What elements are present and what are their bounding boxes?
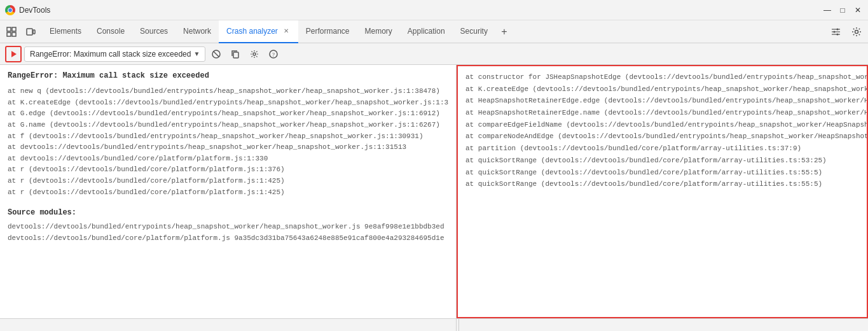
minimize-button[interactable]: —: [822, 5, 832, 15]
svg-text:?: ?: [272, 52, 275, 58]
stack-line: at r (devtools://devtools/bundled/core/p…: [8, 176, 448, 187]
right-panel-content[interactable]: at constructor for JSHeapSnapshotEdge (d…: [458, 66, 867, 317]
svg-marker-13: [11, 51, 17, 57]
error-selector-text: RangeError: Maximum call stack size exce…: [30, 50, 191, 59]
source-modules-title: Source modules:: [8, 207, 448, 219]
copy-button[interactable]: [227, 46, 244, 62]
device-toolbar-icon[interactable]: [22, 23, 39, 41]
right-stack-line: at compareEdgeFieldName (devtools://devt…: [465, 119, 859, 131]
tab-network[interactable]: Network: [176, 20, 219, 43]
error-selector-arrow: ▼: [193, 50, 200, 57]
source-line: devtools://devtools/bundled/entrypoints/…: [8, 222, 448, 233]
close-button[interactable]: ✕: [853, 5, 863, 15]
stack-line: at G.name (devtools://devtools/bundled/e…: [8, 120, 448, 131]
stack-line: at r (devtools://devtools/bundled/core/p…: [8, 164, 448, 176]
tab-performance[interactable]: Performance: [298, 20, 357, 43]
maximize-button[interactable]: □: [837, 5, 848, 15]
settings-tab-icon[interactable]: [848, 23, 865, 41]
svg-line-15: [214, 52, 219, 57]
stack-line: at devtools://devtools/bundled/entrypoin…: [8, 142, 448, 153]
svg-rect-4: [27, 29, 32, 35]
stack-line: at K.createEdge (devtools://devtools/bun…: [8, 97, 448, 109]
error-title: RangeError: Maximum call stack size exce…: [8, 70, 448, 82]
right-stack-line: at quickSortRange (devtools://devtools/b…: [465, 155, 859, 167]
right-stack-line: at quickSortRange (devtools://devtools/b…: [465, 167, 859, 179]
customize-icon[interactable]: [827, 23, 845, 41]
svg-rect-5: [33, 30, 35, 34]
tab-icons-left: [3, 23, 39, 41]
right-panel: at constructor for JSHeapSnapshotEdge (d…: [457, 65, 868, 318]
svg-rect-2: [7, 32, 11, 36]
right-stack-line: at partition (devtools://devtools/bundle…: [465, 143, 859, 155]
tab-crash-analyzer[interactable]: Crash analyzer ✕: [219, 20, 298, 43]
svg-rect-16: [233, 52, 238, 58]
stack-line: at new q (devtools://devtools/bundled/en…: [8, 86, 448, 97]
tab-elements[interactable]: Elements: [42, 20, 89, 43]
stack-lines: at new q (devtools://devtools/bundled/en…: [8, 86, 448, 198]
inspect-icon[interactable]: [3, 23, 20, 41]
right-stack-line: at compareNodeAndEdge (devtools://devtoo…: [465, 130, 859, 143]
svg-rect-3: [12, 32, 16, 36]
stack-line: at r (devtools://devtools/bundled/core/p…: [8, 187, 448, 199]
title-bar-title: DevTools: [19, 6, 822, 15]
play-button[interactable]: [5, 46, 22, 62]
tab-close-crash-analyzer[interactable]: ✕: [282, 27, 291, 35]
stack-line: at devtools://devtools/bundled/core/plat…: [8, 153, 448, 165]
right-stack-lines: at constructor for JSHeapSnapshotEdge (d…: [465, 71, 859, 190]
status-bar: [0, 318, 868, 331]
right-stack-line: at constructor for JSHeapSnapshotEdge (d…: [465, 71, 859, 83]
tab-bar: Elements Console Sources Network Crash a…: [0, 20, 868, 43]
right-stack-line: at HeapSnapshotRetainerEdge.edge (devtoo…: [465, 95, 859, 107]
toolbar: RangeError: Maximum call stack size exce…: [0, 43, 868, 65]
left-panel: RangeError: Maximum call stack size exce…: [0, 65, 457, 318]
tab-memory[interactable]: Memory: [357, 20, 400, 43]
right-stack-line: at quickSortRange (devtools://devtools/b…: [465, 178, 859, 190]
tab-bar-right: [827, 23, 865, 41]
svg-rect-1: [12, 27, 16, 31]
tab-console[interactable]: Console: [89, 20, 132, 43]
error-selector[interactable]: RangeError: Maximum call stack size exce…: [24, 46, 205, 62]
left-panel-content[interactable]: RangeError: Maximum call stack size exce…: [0, 65, 456, 318]
stop-button[interactable]: [208, 46, 224, 62]
tab-application[interactable]: Application: [400, 20, 453, 43]
left-scrollbar[interactable]: [0, 319, 457, 331]
right-stack-line: at K.createEdge (devtools://devtools/bun…: [465, 83, 859, 95]
source-lines: devtools://devtools/bundled/entrypoints/…: [8, 222, 448, 244]
help-button[interactable]: ?: [265, 46, 282, 62]
title-bar: DevTools — □ ✕: [0, 0, 868, 20]
svg-point-12: [855, 30, 858, 33]
svg-rect-0: [7, 27, 11, 31]
add-tab-button[interactable]: +: [495, 23, 513, 41]
right-stack-line: at HeapSnapshotRetainerEdge.name (devtoo…: [465, 107, 859, 119]
title-bar-controls: — □ ✕: [822, 5, 863, 15]
source-line: devtools://devtools/bundled/core/platfor…: [8, 233, 448, 244]
stack-line: at f (devtools://devtools/bundled/entryp…: [8, 131, 448, 143]
main-content: RangeError: Maximum call stack size exce…: [0, 65, 868, 318]
tab-security[interactable]: Security: [453, 20, 495, 43]
right-scrollbar[interactable]: [459, 319, 868, 331]
devtools-icon: [5, 5, 15, 15]
svg-point-17: [253, 53, 256, 55]
toolbar-settings-button[interactable]: [246, 46, 263, 62]
stack-line: at G.edge (devtools://devtools/bundled/e…: [8, 108, 448, 120]
tab-sources[interactable]: Sources: [132, 20, 176, 43]
